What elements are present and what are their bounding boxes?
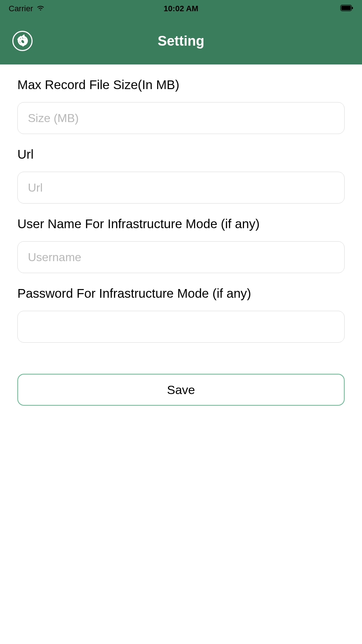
page-title: Setting	[158, 33, 205, 49]
svg-rect-1	[341, 6, 351, 10]
username-label: User Name For Infrastructure Mode (if an…	[17, 217, 345, 231]
header: Setting	[0, 17, 362, 64]
max-record-size-label: Max Record File Size(In MB)	[17, 78, 345, 92]
status-time: 10:02 AM	[164, 4, 198, 13]
status-bar: Carrier 10:02 AM	[0, 0, 362, 17]
undo-icon	[16, 34, 29, 47]
save-button[interactable]: Save	[17, 374, 345, 406]
battery-icon	[340, 4, 353, 13]
password-label: Password For Infrastructure Mode (if any…	[17, 286, 345, 301]
password-input[interactable]	[17, 311, 345, 343]
field-group-username: User Name For Infrastructure Mode (if an…	[17, 217, 345, 273]
content: Max Record File Size(In MB) Url User Nam…	[0, 64, 362, 406]
max-record-size-input[interactable]	[17, 102, 345, 134]
back-button[interactable]	[12, 31, 33, 51]
url-label: Url	[17, 147, 345, 162]
status-right	[340, 4, 353, 13]
username-input[interactable]	[17, 241, 345, 273]
field-group-password: Password For Infrastructure Mode (if any…	[17, 286, 345, 343]
svg-rect-2	[352, 7, 353, 9]
field-group-max-record-size: Max Record File Size(In MB)	[17, 78, 345, 134]
wifi-icon	[37, 4, 45, 13]
url-input[interactable]	[17, 172, 345, 204]
carrier-label: Carrier	[9, 4, 33, 13]
field-group-url: Url	[17, 147, 345, 204]
status-left: Carrier	[9, 4, 45, 13]
